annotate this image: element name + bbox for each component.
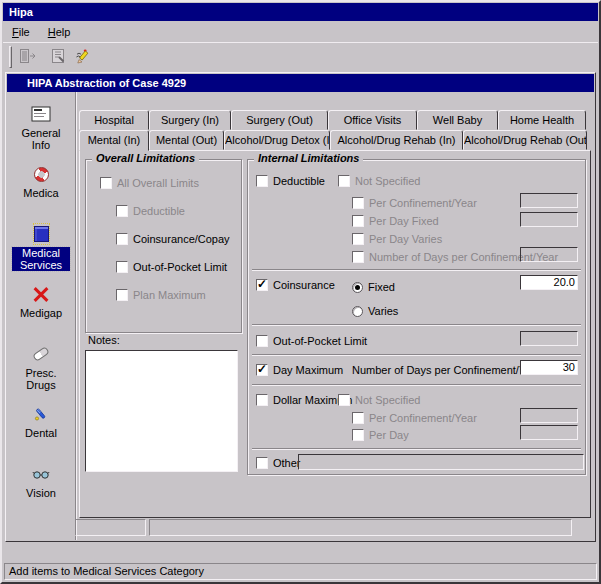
overall-deductible-checkbox[interactable] <box>116 205 128 217</box>
internal-oop-row: Out-of-Pocket Limit <box>256 334 367 348</box>
tab-page-mental-in: Overall Limitations All Overall Limits D… <box>79 150 591 518</box>
not-specified-row: Not Specified <box>338 174 420 188</box>
sidebar-item-label: Dental <box>12 427 70 439</box>
sidebar-item-medigap[interactable]: Medigap <box>7 284 75 344</box>
notes-textarea[interactable] <box>85 350 238 472</box>
dollar-maximum-checkbox[interactable] <box>256 394 268 406</box>
sidebar-item-label: Presc. Drugs <box>12 367 70 391</box>
sidebar-item-general-info[interactable]: General Info <box>7 104 75 164</box>
dollar-not-specified-checkbox[interactable] <box>338 394 350 406</box>
tab-office-visits[interactable]: Office Visits <box>328 110 417 130</box>
category-sidebar: General Info Medica Medical Services Med… <box>7 92 75 540</box>
sidebar-item-dental[interactable]: Dental <box>7 404 75 464</box>
dollar-per-confinement-row: Per Confinement/Year <box>352 411 477 425</box>
write-hand-icon <box>74 48 90 66</box>
coinsurance-checkbox[interactable] <box>256 279 268 291</box>
life-preserver-icon <box>34 164 49 184</box>
sidebar-item-vision[interactable]: Vision <box>7 464 75 524</box>
separator <box>252 354 581 356</box>
abstraction-title: HIPA Abstraction of Case 4929 <box>27 77 186 89</box>
per-day-fixed-checkbox[interactable] <box>352 215 364 227</box>
overall-oop-limit-checkbox[interactable] <box>116 261 128 273</box>
per-day-fixed-field[interactable] <box>520 212 578 227</box>
tab-surgery-out[interactable]: Surgery (Out) <box>231 110 328 130</box>
status-panel-long <box>149 519 572 536</box>
num-days-checkbox[interactable] <box>352 251 364 263</box>
sidebar-item-label: Medical Services <box>12 247 70 271</box>
separator <box>252 384 581 386</box>
day-maximum-field[interactable]: 30 <box>520 360 578 375</box>
tab-alcohol-drug-rehab-out[interactable]: Alcohol/Drug Rehab (Out) <box>463 130 587 150</box>
tab-alcohol-drug-rehab-in[interactable]: Alcohol/Drug Rehab (In) <box>330 130 463 150</box>
plan-maximum-row: Plan Maximum <box>116 288 206 302</box>
dollar-per-day-row: Per Day <box>352 428 409 442</box>
per-confinement-year-checkbox[interactable] <box>352 197 364 209</box>
coinsurance-row: Coinsurance <box>256 278 335 292</box>
dollar-per-confinement-field[interactable] <box>520 408 578 423</box>
internal-deductible-checkbox[interactable] <box>256 175 268 187</box>
toothbrush-icon <box>33 404 49 424</box>
per-confinement-year-field[interactable] <box>520 193 578 208</box>
separator <box>252 324 581 326</box>
num-days-field[interactable] <box>520 247 578 262</box>
app-titlebar[interactable]: Hipa <box>3 3 598 21</box>
app-title: Hipa <box>9 6 33 18</box>
services-icon <box>34 224 49 244</box>
fixed-radio[interactable] <box>352 282 363 293</box>
sidebar-item-medica[interactable]: Medica <box>7 164 75 224</box>
other-field[interactable] <box>298 454 584 470</box>
per-day-fixed-row: Per Day Fixed <box>352 214 439 228</box>
tab-row-bottom: Mental (In) Mental (Out) Alcohol/Drug De… <box>79 130 587 150</box>
day-maximum-row: Day Maximum <box>256 363 343 377</box>
dollar-per-confinement-checkbox[interactable] <box>352 412 364 424</box>
tab-mental-in[interactable]: Mental (In) <box>79 130 149 151</box>
abstraction-titlebar[interactable]: HIPA Abstraction of Case 4929 <box>7 74 594 92</box>
tab-well-baby[interactable]: Well Baby <box>417 110 498 130</box>
sidebar-item-label: Vision <box>12 487 70 499</box>
plan-maximum-checkbox[interactable] <box>116 289 128 301</box>
overall-limitations-title: Overall Limitations <box>92 152 199 164</box>
coinsurance-copay-row: Coinsurance/Copay <box>116 232 230 246</box>
dollar-not-specified-row: Not Specified <box>338 393 420 407</box>
tab-mental-out[interactable]: Mental (Out) <box>149 130 224 150</box>
glasses-icon <box>32 464 50 484</box>
other-checkbox[interactable] <box>256 457 268 469</box>
edit-button[interactable] <box>70 45 94 69</box>
tab-home-health[interactable]: Home Health <box>498 110 586 130</box>
internal-limitations-title: Internal Limitations <box>254 152 363 164</box>
sidebar-item-medical-services[interactable]: Medical Services <box>7 224 75 284</box>
menu-help[interactable]: Help <box>39 24 80 40</box>
varies-radio[interactable] <box>352 306 363 317</box>
dollar-per-day-checkbox[interactable] <box>352 429 364 441</box>
coinsurance-fixed-row: Fixed <box>352 280 395 294</box>
coinsurance-value-field[interactable]: 20.0 <box>520 275 578 290</box>
sidebar-item-presc-drugs[interactable]: Presc. Drugs <box>7 344 75 404</box>
tab-surgery-in[interactable]: Surgery (In) <box>149 110 231 130</box>
all-overall-limits-checkbox[interactable] <box>100 177 112 189</box>
coinsurance-varies-row: Varies <box>352 304 398 318</box>
app-statusbar: Add items to Medical Services Category <box>4 563 597 580</box>
status-panel-small <box>75 519 146 536</box>
overall-limitations-group: Overall Limitations All Overall Limits D… <box>85 159 242 333</box>
dollar-per-day-field[interactable] <box>520 425 578 440</box>
notes-label: Notes: <box>88 334 120 346</box>
exit-button[interactable] <box>16 45 40 69</box>
overall-oop-limit-row: Out-of-Pocket Limit <box>116 260 227 274</box>
tab-hospital[interactable]: Hospital <box>79 110 149 130</box>
day-maximum-field-label: Number of Days per Confinement/Year <box>352 363 541 377</box>
tab-alcohol-drug-detox-in[interactable]: Alcohol/Drug Detox (In) <box>224 130 330 150</box>
menu-file[interactable]: File <box>3 24 39 40</box>
toolbar-grip[interactable] <box>9 46 12 68</box>
form-button[interactable] <box>46 45 70 69</box>
separator <box>252 269 581 271</box>
per-day-varies-checkbox[interactable] <box>352 233 364 245</box>
tab-row-top: Hospital Surgery (In) Surgery (Out) Offi… <box>79 110 586 130</box>
capsule-icon <box>33 344 49 364</box>
day-maximum-checkbox[interactable] <box>256 364 268 376</box>
sidebar-item-label: Medica <box>12 187 70 199</box>
oop-limit-field[interactable] <box>520 331 578 346</box>
coinsurance-copay-checkbox[interactable] <box>116 233 128 245</box>
not-specified-checkbox[interactable] <box>338 175 350 187</box>
internal-oop-checkbox[interactable] <box>256 335 268 347</box>
other-row: Other <box>256 456 301 470</box>
